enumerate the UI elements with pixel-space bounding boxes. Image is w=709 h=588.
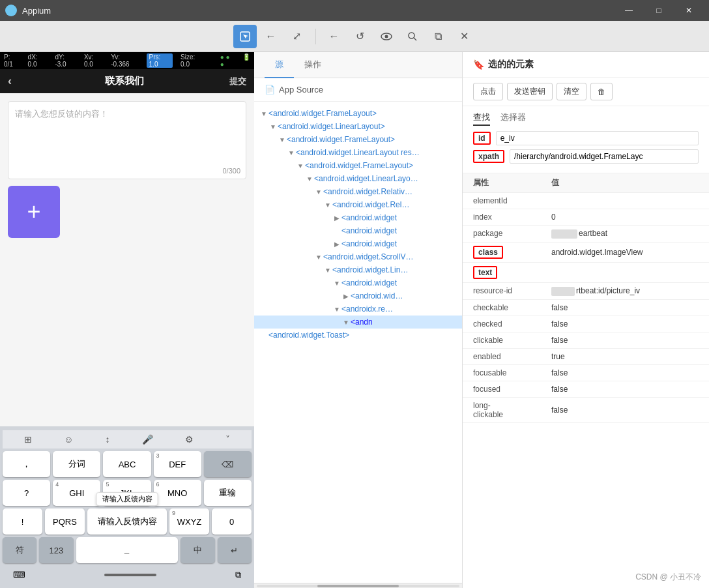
prop-key-enabled: enabled xyxy=(473,352,551,361)
nav-back-button[interactable]: ← xyxy=(323,25,346,48)
find-tab-selector[interactable]: 选择器 xyxy=(500,111,526,126)
battery-dots: ● ● ● xyxy=(220,53,235,68)
source-header-icon: 📄 xyxy=(265,85,275,95)
phone-nav-bar: ‹ 联系我们 提交 xyxy=(0,69,254,93)
maximize-button[interactable]: □ xyxy=(644,0,674,21)
tree-node[interactable]: ▼ <android.widget.Relativ… xyxy=(254,185,462,198)
tree-node[interactable]: ▼ <android.widget.LinearLayo… xyxy=(254,172,462,185)
kb-enter[interactable]: ↵ xyxy=(218,537,252,563)
tree-node[interactable]: ▼ <androidx.re… xyxy=(254,302,462,316)
tree-node[interactable]: ▶ <android.widget xyxy=(254,211,462,224)
id-tag[interactable]: id xyxy=(473,132,491,145)
kb-bottom-right[interactable]: ⧉ xyxy=(235,570,241,580)
prop-key-checked: checked xyxy=(473,319,551,329)
tab-source[interactable]: 源 xyxy=(265,52,294,78)
tree-node[interactable]: ▼ <android.widget.FrameLayout> xyxy=(254,107,462,120)
image-upload-button[interactable]: + xyxy=(8,186,60,238)
kb-backspace[interactable]: ⌫ xyxy=(204,451,252,477)
prop-val-focused: false xyxy=(551,385,699,394)
text-tag[interactable]: text xyxy=(473,266,497,279)
prop-val-checked: false xyxy=(551,319,699,329)
prop-row-focused: focused false xyxy=(463,381,709,398)
tree-node[interactable]: <android.widget.Toast> xyxy=(254,329,462,342)
delete-button[interactable]: 🗑 xyxy=(590,83,613,100)
kb-toolbar-mic[interactable]: 🎤 xyxy=(138,433,157,446)
kb-fenci[interactable]: 分词 xyxy=(53,451,100,477)
tree-node[interactable]: <android.widget xyxy=(254,224,462,237)
status-prs: Prs: 1.0 xyxy=(147,53,173,68)
id-input[interactable] xyxy=(496,131,699,145)
kb-mno[interactable]: 6MNO xyxy=(154,480,201,506)
kb-pqrs[interactable]: PQRS xyxy=(45,508,85,535)
tree-node-selected[interactable]: ▼ <andn xyxy=(254,316,462,329)
scrollbar-track[interactable] xyxy=(257,585,459,587)
phone-back-button[interactable]: ‹ xyxy=(8,74,12,88)
kb-input-tip[interactable]: 请输入反馈内容 请输入反馈内容 xyxy=(87,508,167,535)
eye-button[interactable] xyxy=(375,25,398,48)
close-button[interactable]: ✕ xyxy=(674,0,704,21)
kb-toolbar-grid[interactable]: ⊞ xyxy=(20,433,36,446)
title-bar: Appium — □ ✕ xyxy=(0,0,709,21)
phone-status-bar: P: 0/1 dX: 0.0 dY: -3.0 Xv: 0.0 Yv: -0.3… xyxy=(0,52,254,69)
select-element-button[interactable] xyxy=(233,25,257,48)
kb-abc[interactable]: ABC xyxy=(103,451,151,477)
prop-val-resource-id: rtbeat:id/picture_iv xyxy=(551,286,699,296)
tree-node[interactable]: ▼ <android.widget.FrameLayout> xyxy=(254,133,462,146)
kb-zero[interactable]: 0 xyxy=(212,508,252,535)
kb-wxyz[interactable]: 9WXYZ xyxy=(169,508,209,535)
tab-actions[interactable]: 操作 xyxy=(294,52,332,78)
prop-row-focusable: focusable false xyxy=(463,365,709,381)
class-tag[interactable]: class xyxy=(473,246,503,259)
prop-val-focusable: false xyxy=(551,368,699,377)
tree-node[interactable]: ▼ <android.widget.LinearLayout res… xyxy=(254,146,462,159)
tree-node[interactable]: ▼ <android.widget.ScrollV… xyxy=(254,250,462,263)
kb-question[interactable]: ? xyxy=(3,480,50,506)
kb-chinese[interactable]: 中 xyxy=(181,537,214,563)
upload-icon: + xyxy=(27,200,40,224)
status-dx: dX: 0.0 xyxy=(28,53,48,68)
kb-123[interactable]: 123 xyxy=(39,537,73,563)
kb-toolbar-settings[interactable]: ⚙ xyxy=(181,433,197,446)
kb-toolbar-cursor[interactable]: ↕ xyxy=(102,433,114,446)
source-header-text: App Source xyxy=(279,85,323,95)
svg-point-3 xyxy=(384,35,388,38)
phone-panel: P: 0/1 dX: 0.0 dY: -3.0 Xv: 0.0 Yv: -0.3… xyxy=(0,52,254,588)
clear-button[interactable]: 清空 xyxy=(557,83,586,100)
phone-submit-button[interactable]: 提交 xyxy=(229,76,246,87)
kb-space[interactable]: ＿ xyxy=(76,537,179,563)
tree-node[interactable]: ▼ <android.widget.Rel… xyxy=(254,198,462,211)
tree-node[interactable]: ▼ <android.widget.FrameLayout> xyxy=(254,159,462,172)
tree-node[interactable]: ▼ <android.widget.LinearLayout> xyxy=(254,120,462,133)
nav-refresh-button[interactable]: ↺ xyxy=(349,25,372,48)
kb-bottom-left[interactable]: ⌨ xyxy=(13,570,25,580)
kb-toolbar-emoji[interactable]: ☺ xyxy=(60,433,77,446)
xpath-tag[interactable]: xpath xyxy=(473,150,504,163)
kb-toolbar-more[interactable]: ˅ xyxy=(222,433,234,446)
tree-node[interactable]: ▶ <android.widget xyxy=(254,237,462,250)
toolbar-close-button[interactable]: ✕ xyxy=(453,25,476,48)
kb-chongsu[interactable]: 重输 xyxy=(204,480,252,506)
kb-ghi[interactable]: 4GHI xyxy=(53,480,100,506)
copy-button[interactable]: ⧉ xyxy=(427,25,450,48)
click-button[interactable]: 点击 xyxy=(473,83,503,100)
prop-key-elementid: elementId xyxy=(473,196,551,205)
xpath-input[interactable] xyxy=(510,149,699,164)
status-dy: dY: -3.0 xyxy=(55,53,76,68)
prop-key-clickable: clickable xyxy=(473,336,551,345)
source-scrollbar[interactable] xyxy=(254,583,462,588)
kb-comma[interactable]: ， xyxy=(3,451,50,477)
search-button[interactable] xyxy=(401,25,424,48)
tree-node[interactable]: ▶ <android.wid… xyxy=(254,289,462,302)
find-tab-search[interactable]: 查找 xyxy=(473,111,490,126)
feedback-textarea[interactable]: 请输入您想反馈的内容！ 0/300 xyxy=(8,101,246,179)
minimize-button[interactable]: — xyxy=(614,0,644,21)
kb-def[interactable]: 3DEF xyxy=(154,451,201,477)
kb-exclaim[interactable]: ! xyxy=(3,508,42,535)
kb-symbol[interactable]: 符 xyxy=(3,537,36,563)
send-keys-button[interactable]: 发送密钥 xyxy=(507,83,553,100)
back-button[interactable]: ← xyxy=(259,25,283,48)
svg-point-0 xyxy=(7,7,15,14)
tree-node[interactable]: ▼ <android.widget xyxy=(254,276,462,289)
tree-node[interactable]: ▼ <android.widget.Lin… xyxy=(254,263,462,276)
expand-button[interactable]: ⤢ xyxy=(285,25,309,48)
